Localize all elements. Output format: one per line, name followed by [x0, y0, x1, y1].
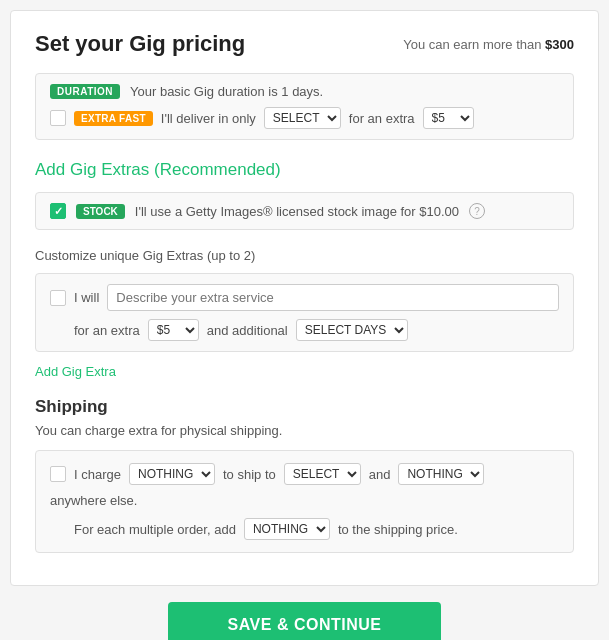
stock-text: I'll use a Getty Images® licensed stock …: [135, 204, 459, 219]
add-gig-extra-link[interactable]: Add Gig Extra: [35, 364, 116, 379]
gig-extras-title: Add Gig Extras (Recommended): [35, 160, 574, 180]
save-continue-button[interactable]: SAVE & CONTINUE: [168, 602, 442, 640]
earn-amount: $300: [545, 37, 574, 52]
shipping-section: Shipping You can charge extra for physic…: [35, 397, 574, 553]
save-button-container: SAVE & CONTINUE: [10, 602, 599, 640]
stock-checkbox[interactable]: [50, 203, 66, 219]
shipping-box: I charge NOTHING $5 $10 to ship to SELEC…: [35, 450, 574, 553]
to-ship-label: to ship to: [223, 467, 276, 482]
help-icon[interactable]: ?: [469, 203, 485, 219]
extra-fast-checkbox[interactable]: [50, 110, 66, 126]
and-additional-label: and additional: [207, 323, 288, 338]
extra-service-checkbox[interactable]: [50, 290, 66, 306]
extra-service-box: I will for an extra $5 $10 $15 and addit…: [35, 273, 574, 352]
else-amount-select[interactable]: NOTHING $5 $10: [398, 463, 484, 485]
multiple-add-select[interactable]: NOTHING $1 $2 $5: [244, 518, 330, 540]
deliver-price-select[interactable]: $5 $10 $15: [423, 107, 474, 129]
extra-days-select[interactable]: SELECT DAYS 1 day 2 days: [296, 319, 408, 341]
shipping-checkbox[interactable]: [50, 466, 66, 482]
ship-to-select[interactable]: SELECT US EU Global: [284, 463, 361, 485]
for-extra-text: for an extra: [349, 111, 415, 126]
duration-box: DURATION Your basic Gig duration is 1 da…: [35, 73, 574, 140]
anywhere-label: anywhere else.: [50, 493, 137, 508]
extra-service-input[interactable]: [107, 284, 559, 311]
customize-label: Customize unique Gig Extras (up to 2): [35, 248, 574, 263]
deliver-text: I'll deliver in only: [161, 111, 256, 126]
shipping-title: Shipping: [35, 397, 574, 417]
duration-badge: DURATION: [50, 84, 120, 99]
i-charge-label: I charge: [74, 467, 121, 482]
charge-amount-select[interactable]: NOTHING $5 $10: [129, 463, 215, 485]
each-multiple-label: For each multiple order, add: [74, 522, 236, 537]
stock-badge: STOCK: [76, 204, 125, 219]
extra-fast-badge: EXTRA FAST: [74, 111, 153, 126]
i-will-label: I will: [74, 290, 99, 305]
extra-price-select[interactable]: $5 $10 $15: [148, 319, 199, 341]
earn-text: You can earn more than $300: [403, 37, 574, 52]
page-title: Set your Gig pricing: [35, 31, 245, 57]
for-extra-label: for an extra: [74, 323, 140, 338]
stock-box: STOCK I'll use a Getty Images® licensed …: [35, 192, 574, 230]
duration-text: Your basic Gig duration is 1 days.: [130, 84, 323, 99]
deliver-days-select[interactable]: SELECT 1 day 2 days 3 days: [264, 107, 341, 129]
to-shipping-label: to the shipping price.: [338, 522, 458, 537]
shipping-desc: You can charge extra for physical shippi…: [35, 423, 574, 438]
and-label: and: [369, 467, 391, 482]
